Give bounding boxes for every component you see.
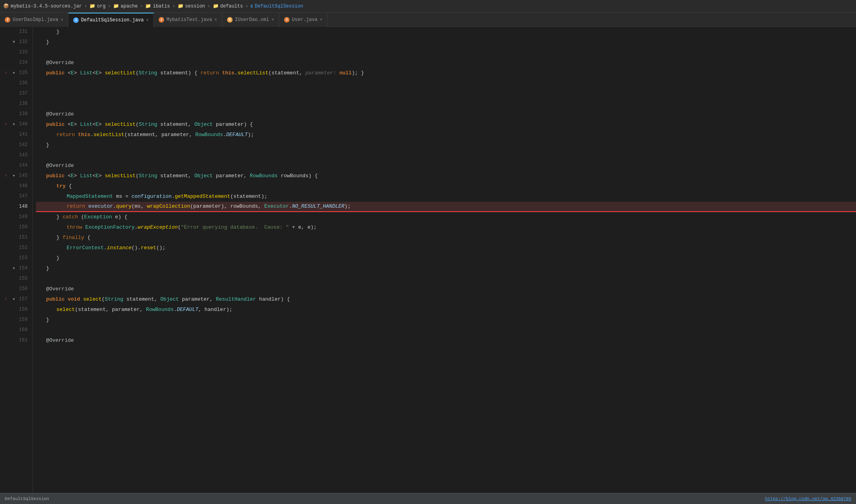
breadcrumb-org[interactable]: 📁 org	[89, 3, 106, 9]
code-line-155	[36, 274, 856, 284]
line-num-148: 148	[3, 202, 28, 212]
code-line-135: public <E> List<E> selectList(String sta…	[36, 68, 856, 78]
tab-close-3[interactable]: ×	[214, 17, 217, 22]
code-line-131: }	[36, 27, 856, 37]
breadcrumb-sep5: ›	[207, 4, 210, 9]
line-num-155: 155	[3, 274, 28, 284]
breadcrumb-apache[interactable]: 📁 apache	[113, 3, 138, 9]
tab-defaultsqlsession[interactable]: J DefaultSqlSession.java ×	[68, 13, 154, 27]
folder-icon: 📁	[89, 3, 95, 9]
breadcrumb-sep4: ›	[172, 4, 175, 9]
arrow-up-145[interactable]: ↑	[3, 173, 9, 179]
jar-icon: 📦	[3, 3, 9, 9]
status-class-name: DefaultSqlSession	[5, 496, 49, 501]
breadcrumb-ibatis[interactable]: 📁 ibatis	[145, 3, 170, 9]
line-num-135: ↑ ▼ 135	[3, 68, 28, 78]
breadcrumb-session-label: session	[185, 4, 205, 9]
line-num-144: 144	[3, 161, 28, 171]
tab-icon-java1: J	[5, 17, 10, 23]
line-num-136: 136	[3, 78, 28, 89]
tab-userdaoimpl[interactable]: J UserDaoImpl.java ×	[0, 13, 68, 27]
line-num-146: 146	[3, 181, 28, 191]
line-num-133: 133	[3, 47, 28, 58]
folder-icon2: 📁	[113, 3, 119, 9]
code-line-134: @Override	[36, 58, 856, 68]
tab-icon-xml4: X	[227, 17, 233, 23]
arrow-up-157[interactable]: ↑	[3, 296, 9, 303]
folder-icon3: 📁	[145, 3, 151, 9]
code-line-148: return executor.query(ms, wrapCollection…	[36, 202, 856, 212]
breadcrumb-ibatis-label: ibatis	[153, 4, 170, 9]
breadcrumb-org-label: org	[97, 4, 106, 9]
line-num-141: 141	[3, 130, 28, 140]
arrow-up-135[interactable]: ↑	[3, 70, 9, 76]
breadcrumb-class[interactable]: C DefaultSqlSession	[250, 4, 303, 9]
fold-icon-154[interactable]: ▼	[11, 266, 17, 271]
line-num-138: 138	[3, 99, 28, 109]
code-line-137	[36, 89, 856, 99]
line-num-132: ▼ 132	[3, 37, 28, 47]
line-num-131: 131	[3, 27, 28, 37]
code-line-136	[36, 78, 856, 89]
breadcrumb-defaults-label: defaults	[220, 4, 243, 9]
code-line-158: select(statement, parameter, RowBounds.D…	[36, 305, 856, 315]
line-num-150: 150	[3, 222, 28, 233]
code-line-151: } finally {	[36, 233, 856, 243]
code-line-143	[36, 150, 856, 161]
line-num-147: 147	[3, 191, 28, 202]
breadcrumb-bar: 📦 mybatis-3.4.5-sources.jar › 📁 org › 📁 …	[0, 0, 856, 13]
line-num-154: ▼ 154	[3, 263, 28, 274]
code-line-153: }	[36, 253, 856, 263]
tab-close-2[interactable]: ×	[146, 18, 149, 23]
line-num-137: 137	[3, 89, 28, 99]
arrow-up-140[interactable]: ↑	[3, 121, 9, 128]
breadcrumb-sep3: ›	[140, 4, 143, 9]
status-bar: DefaultSqlSession https://blog.csdn.net/…	[0, 493, 856, 504]
code-line-145: public <E> List<E> selectList(String sta…	[36, 171, 856, 181]
breadcrumb-sep2: ›	[108, 4, 111, 9]
tab-iuserdaoxml[interactable]: X IUserDao.xml ×	[222, 13, 279, 27]
fold-icon-140[interactable]: ▼	[11, 122, 17, 127]
tab-label-5: User.java	[292, 17, 318, 23]
breadcrumb-session[interactable]: 📁 session	[178, 3, 205, 9]
line-num-145: ↑ ▼ 145	[3, 171, 28, 181]
tab-label-3: MybatisTest.java	[167, 17, 212, 23]
breadcrumb-defaults[interactable]: 📁 defaults	[213, 3, 243, 9]
code-content[interactable]: } } @Override public <E> List<E> selectL…	[33, 27, 856, 493]
code-line-157: public void select(String statement, Obj…	[36, 294, 856, 305]
line-num-140: ↑ ▼ 140	[3, 119, 28, 130]
code-line-149: } catch (Exception e) {	[36, 212, 856, 222]
tab-close-5[interactable]: ×	[320, 17, 323, 22]
code-line-144: @Override	[36, 161, 856, 171]
tab-icon-java3: J	[159, 17, 164, 23]
breadcrumb-apache-label: apache	[121, 4, 138, 9]
line-num-149: 149	[3, 212, 28, 222]
fold-icon-135[interactable]: ▼	[11, 70, 17, 76]
tab-label-1: UserDaoImpl.java	[13, 17, 58, 23]
tab-mybatistest[interactable]: J MybatisTest.java ×	[154, 13, 222, 27]
tab-label-2: DefaultSqlSession.java	[81, 17, 144, 23]
line-num-152: 152	[3, 243, 28, 253]
line-num-159: 159	[3, 315, 28, 325]
tab-user[interactable]: J User.java ×	[279, 13, 328, 27]
fold-icon-132[interactable]: ▼	[11, 39, 17, 45]
tab-close-1[interactable]: ×	[61, 17, 63, 22]
status-right-link[interactable]: https://blog.csdn.net/qq_42350785	[765, 496, 851, 501]
tab-close-4[interactable]: ×	[271, 17, 274, 22]
code-area: 131 ▼ 132 133 134 ↑ ▼ 135 136 137	[0, 27, 856, 493]
code-line-139: @Override	[36, 109, 856, 119]
code-line-132: }	[36, 37, 856, 47]
line-num-139: 139	[3, 109, 28, 119]
line-numbers: 131 ▼ 132 133 134 ↑ ▼ 135 136 137	[0, 27, 33, 493]
breadcrumb-item[interactable]: 📦 mybatis-3.4.5-sources.jar	[3, 3, 82, 9]
tab-label-4: IUserDao.xml	[235, 17, 269, 23]
code-line-150: throw ExceptionFactory.wrapException("Er…	[36, 222, 856, 233]
fold-icon-145[interactable]: ▼	[11, 173, 17, 179]
line-num-142: 142	[3, 140, 28, 150]
line-num-157: ↑ ▼ 157	[3, 294, 28, 305]
code-line-160	[36, 325, 856, 335]
line-num-143: 143	[3, 150, 28, 161]
fold-icon-157[interactable]: ▼	[11, 297, 17, 302]
code-line-156: @Override	[36, 284, 856, 294]
tab-bar: J UserDaoImpl.java × J DefaultSqlSession…	[0, 13, 856, 27]
